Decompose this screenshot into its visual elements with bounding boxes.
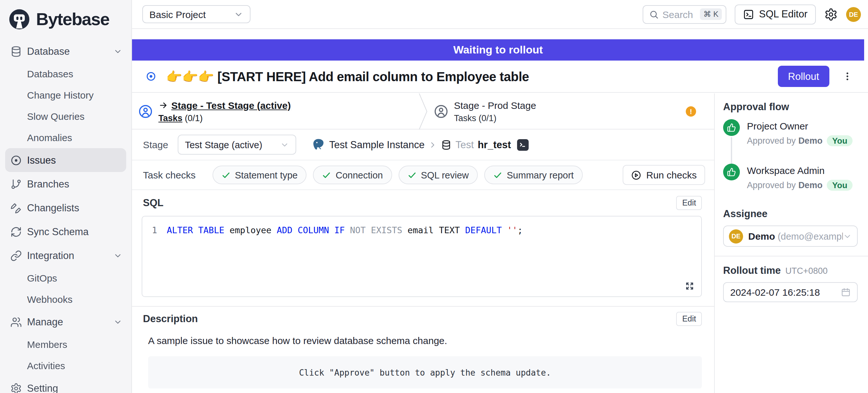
sidebar-item-members[interactable]: Members <box>0 334 131 355</box>
sidebar-item-database[interactable]: Database <box>0 39 131 63</box>
issue-header: 👉👉👉 [START HERE] Add email column to Emp… <box>132 61 868 93</box>
sidebar-item-change-history[interactable]: Change History <box>0 84 131 105</box>
stage-tab-test[interactable]: Stage - Test Stage (active) Tasks (0/1) <box>132 93 418 129</box>
main-column: Stage - Test Stage (active) Tasks (0/1) … <box>132 93 714 393</box>
description-text: A sample issue to showcase how to review… <box>132 331 714 346</box>
approval-role: Project Owner <box>747 120 852 131</box>
sidebar-item-changelists[interactable]: Changelists <box>0 196 131 220</box>
instance-name[interactable]: Test Sample Instance <box>329 139 424 150</box>
postgres-icon <box>312 138 325 151</box>
issue-side-panel: Approval flow Project Owner Approved by … <box>714 93 868 393</box>
sidebar-item-label: Database <box>27 46 70 57</box>
sidebar-item-label: Manage <box>27 316 63 328</box>
bytebase-logo-icon <box>8 8 30 30</box>
sql-editor-button[interactable]: SQL Editor <box>735 4 816 24</box>
sidebar-item-label: Members <box>27 339 67 350</box>
approval-flow-title: Approval flow <box>723 101 858 113</box>
sidebar-item-label: Webhooks <box>27 294 72 305</box>
thumbs-up-icon <box>723 164 740 180</box>
stage-name[interactable]: Stage - Test Stage (active) <box>171 99 291 111</box>
status-banner-text: Waiting to rollout <box>453 43 543 56</box>
brand-name: Bytebase <box>36 9 109 29</box>
database-breadcrumb: Test Sample Instance Test hr_test <box>312 138 528 151</box>
user-avatar[interactable]: DE <box>846 7 861 22</box>
stage-tab-prod[interactable]: Stage - Prod Stage Tasks (0/1) ! <box>428 93 714 129</box>
chevron-down-icon <box>113 251 122 260</box>
sidebar-item-slow-queries[interactable]: Slow Queries <box>0 105 131 127</box>
panel-divider <box>715 256 868 256</box>
check-pill-statement-type[interactable]: Statement type <box>212 165 307 184</box>
stage-selector-row: Stage Test Stage (active) Test Sample In… <box>132 129 714 160</box>
rollout-time-label: Rollout time <box>723 265 781 276</box>
sidebar-item-gitops[interactable]: GitOps <box>0 267 131 289</box>
sidebar-item-branches[interactable]: Branches <box>0 172 131 196</box>
stage-tasks: Tasks (0/1) <box>454 113 536 123</box>
approver-name: Demo <box>799 180 823 190</box>
sidebar-item-label: Integration <box>27 250 74 261</box>
terminal-icon <box>743 9 754 20</box>
stage-select[interactable]: Test Stage (active) <box>178 134 296 155</box>
sidebar-item-integration[interactable]: Integration <box>0 244 131 267</box>
gear-icon <box>10 382 22 393</box>
description-edit-button[interactable]: Edit <box>676 312 702 326</box>
database-icon <box>10 46 22 57</box>
chevron-down-icon <box>234 9 243 19</box>
open-sql-editor-icon[interactable] <box>517 139 528 150</box>
expand-icon[interactable] <box>684 281 695 291</box>
sql-code-editor[interactable]: 1ALTER TABLE employee ADD COLUMN IF NOT … <box>142 216 702 297</box>
sql-section-title: SQL <box>143 197 163 209</box>
check-pill-sql-review[interactable]: SQL review <box>398 165 478 184</box>
project-select-value: Basic Project <box>149 9 206 20</box>
check-pill-summary-report[interactable]: Summary report <box>484 165 583 184</box>
sidebar-item-activities[interactable]: Activities <box>0 355 131 376</box>
pencils-icon <box>10 202 22 214</box>
settings-gear-icon[interactable] <box>824 7 838 21</box>
environment-name: Test <box>456 139 474 150</box>
sidebar-item-databases[interactable]: Databases <box>0 63 131 84</box>
status-banner: Waiting to rollout <box>132 39 864 61</box>
assignee-avatar: DE <box>729 229 743 243</box>
stage-person-icon <box>434 104 448 118</box>
issue-title: 👉👉👉 [START HERE] Add email column to Emp… <box>166 69 529 84</box>
search-placeholder: Search <box>662 9 696 20</box>
sidebar-item-issues[interactable]: Issues <box>5 148 126 172</box>
assignee-email: (demo@example <box>778 231 843 241</box>
rollout-button[interactable]: Rollout <box>778 66 830 87</box>
rollout-time-value: 2024-02-07 16:25:18 <box>730 287 820 298</box>
brand-logo[interactable]: Bytebase <box>0 0 131 30</box>
assignee-select[interactable]: DE Demo (demo@example <box>723 225 858 247</box>
run-checks-button[interactable]: Run checks <box>622 165 705 185</box>
project-select[interactable]: Basic Project <box>142 5 250 23</box>
search-shortcut-badge: ⌘ K <box>700 8 722 20</box>
content-area: Stage - Test Stage (active) Tasks (0/1) … <box>132 93 868 393</box>
sidebar-item-webhooks[interactable]: Webhooks <box>0 289 131 310</box>
stage-tasks[interactable]: Tasks (0/1) <box>158 113 291 123</box>
sidebar-item-setting[interactable]: Setting <box>0 376 131 393</box>
check-icon <box>493 171 502 179</box>
sql-section: SQL Edit 1ALTER TABLE employee ADD COLUM… <box>132 190 714 389</box>
check-icon <box>221 171 230 179</box>
arrow-right-icon <box>158 100 168 110</box>
sql-edit-button[interactable]: Edit <box>676 196 702 210</box>
sync-refresh-icon <box>10 226 22 237</box>
sidebar-item-sync-schema[interactable]: Sync Schema <box>0 220 131 244</box>
you-badge: You <box>827 180 852 191</box>
kebab-menu-icon[interactable] <box>842 70 852 82</box>
sidebar-item-label: GitOps <box>27 273 57 283</box>
users-icon <box>10 316 22 328</box>
search-icon <box>649 9 659 19</box>
rollout-timezone: UTC+0800 <box>785 266 828 276</box>
check-pill-connection[interactable]: Connection <box>313 165 392 184</box>
sidebar-nav: Database Databases Change History Slow Q… <box>0 39 131 393</box>
task-checks-label: Task checks <box>143 170 195 180</box>
database-name[interactable]: hr_test <box>478 139 511 150</box>
description-note: Click "Approve" button to apply the sche… <box>148 356 702 389</box>
rollout-time-input[interactable]: 2024-02-07 16:25:18 <box>723 282 858 302</box>
sidebar-item-anomalies[interactable]: Anomalies <box>0 127 131 148</box>
sidebar-item-manage[interactable]: Manage <box>0 310 131 334</box>
sidebar-item-label: Change History <box>27 90 94 100</box>
you-badge: You <box>827 135 852 146</box>
sidebar: Bytebase Database Databases Change Histo… <box>0 0 132 393</box>
search-input[interactable]: Search ⌘ K <box>643 5 726 24</box>
bytebase-app: Bytebase Database Databases Change Histo… <box>0 0 868 393</box>
